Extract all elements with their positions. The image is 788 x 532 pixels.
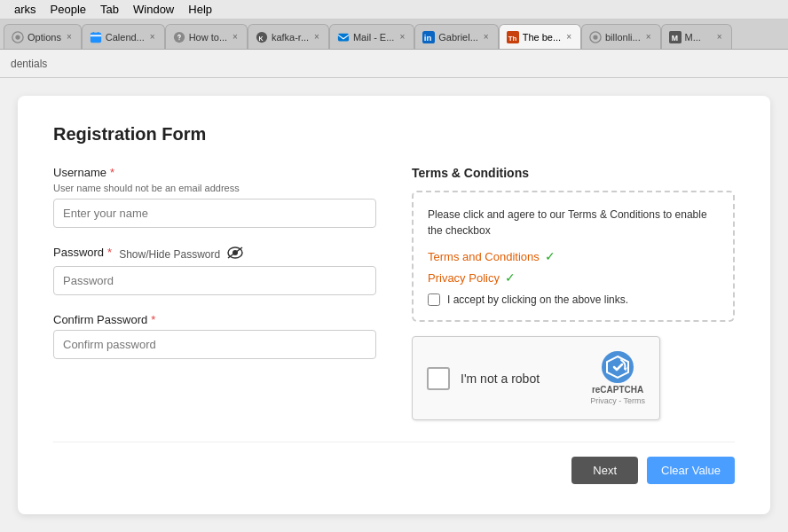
svg-point-15	[593, 35, 597, 39]
terms-title: Terms & Conditions	[412, 166, 735, 180]
tab-kafka-label: kafka-r...	[272, 32, 309, 43]
recaptcha-label: I'm not a robot	[461, 372, 540, 386]
eye-icon[interactable]	[227, 246, 243, 262]
tab-calendar-close[interactable]: ×	[148, 31, 157, 43]
password-required: *	[107, 246, 112, 259]
menubar: arks People Tab Window Help	[0, 0, 788, 20]
tab-gabriel-close[interactable]: ×	[482, 31, 491, 43]
svg-rect-4	[92, 31, 94, 34]
privacy-check-icon: ✓	[505, 270, 516, 285]
recaptcha-left: I'm not a robot	[427, 367, 540, 390]
password-input[interactable]	[53, 266, 376, 295]
recaptcha-checkbox[interactable]	[427, 367, 450, 390]
recaptcha-brand: reCAPTCHA	[592, 385, 643, 395]
confirm-password-field-group: Confirm Password *	[53, 313, 376, 359]
tab-mail-label: Mail - E...	[353, 32, 394, 43]
menu-people[interactable]: People	[43, 3, 93, 16]
menu-arks[interactable]: arks	[7, 3, 43, 16]
tab-m-close[interactable]: ×	[715, 31, 724, 43]
svg-rect-2	[91, 32, 101, 42]
recaptcha-box: I'm not a robot reCAPTCHA Privacy - Term	[412, 336, 660, 420]
terms-and-conditions-link[interactable]: Terms and Conditions	[428, 250, 540, 263]
username-input[interactable]	[53, 199, 376, 228]
form-right: Terms & Conditions Please click and ager…	[412, 166, 735, 420]
tab-billion-label: billonli...	[605, 32, 641, 43]
recaptcha-links: Privacy - Terms	[590, 396, 645, 405]
form-card: Registration Form Username * User name s…	[18, 96, 770, 514]
confirm-password-input[interactable]	[53, 330, 376, 359]
tab-thebe-close[interactable]: ×	[564, 31, 573, 43]
addressbar: dentials	[0, 50, 788, 78]
svg-rect-9	[338, 33, 349, 41]
tab-kafka[interactable]: K kafka-r... ×	[248, 24, 329, 49]
form-left: Username * User name should not be an em…	[53, 166, 376, 420]
privacy-policy-link[interactable]: Privacy Policy	[428, 271, 500, 285]
confirm-password-label: Confirm Password *	[53, 313, 376, 326]
terms-description: Please click and agere to our Terms & Co…	[428, 207, 719, 239]
terms-link-row: Terms and Conditions ✓	[428, 249, 719, 263]
tab-options-close[interactable]: ×	[65, 31, 74, 43]
tab-thebe[interactable]: Th The be... ×	[499, 24, 581, 49]
tab-gabriel[interactable]: in Gabriel... ×	[414, 24, 498, 49]
tab-billion[interactable]: billonli... ×	[581, 24, 661, 49]
accept-checkbox[interactable]	[428, 293, 440, 306]
menu-tab[interactable]: Tab	[93, 3, 126, 16]
privacy-link-row: Privacy Policy ✓	[428, 270, 719, 285]
tab-gabriel-label: Gabriel...	[438, 32, 478, 43]
username-field-group: Username * User name should not be an em…	[53, 166, 376, 228]
terms-box: Please click and agere to our Terms & Co…	[412, 191, 735, 322]
password-label: Password *	[53, 246, 112, 259]
menu-help[interactable]: Help	[181, 3, 219, 16]
password-field-group: Password * Show/Hide Password	[53, 246, 376, 295]
clear-button[interactable]: Clear Value	[647, 457, 735, 484]
tab-calendar-label: Calend...	[106, 32, 145, 43]
show-hide-password[interactable]: Show/Hide Password	[119, 248, 220, 261]
username-label: Username *	[53, 166, 376, 179]
tab-calendar[interactable]: Calend... ×	[82, 24, 165, 49]
svg-point-1	[15, 35, 20, 39]
svg-point-6	[178, 39, 179, 40]
tab-mail[interactable]: Mail - E... ×	[329, 24, 414, 49]
tab-options-label: Options	[28, 32, 61, 43]
tab-howto[interactable]: How to... ×	[165, 24, 248, 49]
menu-window[interactable]: Window	[126, 3, 181, 16]
recaptcha-right: reCAPTCHA Privacy - Terms	[590, 351, 645, 405]
tabbar: Options × Calend... × How to... × K kafk…	[0, 20, 788, 50]
tab-m[interactable]: M M... ×	[661, 24, 732, 49]
password-label-row: Password * Show/Hide Password	[53, 246, 376, 262]
tab-howto-label: How to...	[189, 32, 227, 43]
tab-mail-close[interactable]: ×	[398, 31, 406, 43]
confirm-password-required: *	[151, 313, 155, 326]
tab-kafka-close[interactable]: ×	[312, 31, 321, 43]
svg-text:M: M	[671, 33, 677, 42]
username-required: *	[110, 166, 114, 179]
address-text: dentials	[11, 58, 47, 70]
accept-row: I accept by clicking on the above links.	[428, 293, 719, 306]
tab-m-label: M...	[685, 32, 712, 43]
terms-check-icon: ✓	[545, 249, 556, 263]
tab-options[interactable]: Options ×	[4, 24, 82, 49]
svg-text:K: K	[258, 35, 263, 41]
tab-howto-close[interactable]: ×	[231, 31, 240, 43]
tab-thebe-label: The be...	[523, 32, 561, 43]
accept-label: I accept by clicking on the above links.	[447, 293, 628, 306]
next-button[interactable]: Next	[571, 457, 638, 484]
form-buttons: Next Clear Value	[53, 442, 735, 484]
svg-rect-3	[91, 35, 101, 36]
username-hint: User name should not be an email address	[53, 183, 376, 193]
main-content: Registration Form Username * User name s…	[0, 78, 788, 532]
tab-billion-close[interactable]: ×	[644, 31, 653, 43]
recaptcha-logo-icon	[602, 351, 634, 383]
svg-text:Th: Th	[508, 34, 516, 42]
svg-text:in: in	[424, 33, 432, 43]
form-title: Registration Form	[53, 124, 735, 145]
svg-rect-5	[98, 31, 99, 34]
form-layout: Username * User name should not be an em…	[53, 166, 735, 420]
